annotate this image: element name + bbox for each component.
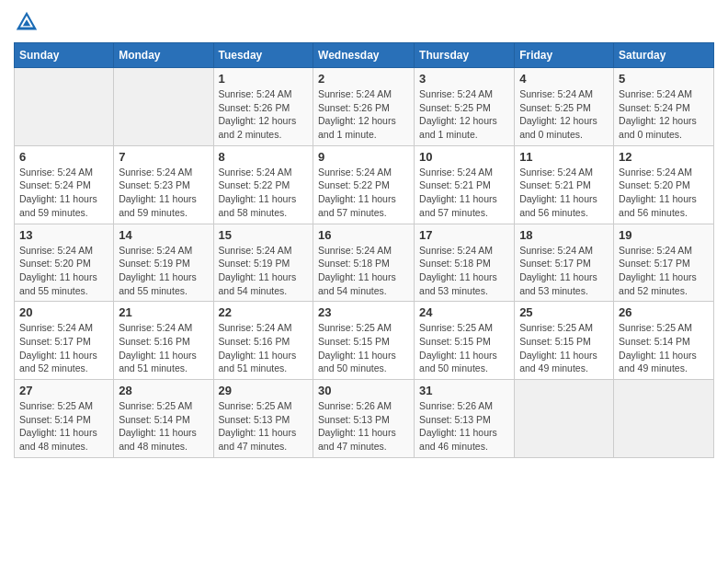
day-number: 21 [119, 305, 208, 319]
day-detail: Sunrise: 5:25 AM Sunset: 5:15 PM Dayligh… [519, 321, 609, 375]
day-number: 24 [419, 305, 509, 319]
calendar-cell: 5Sunrise: 5:24 AM Sunset: 5:24 PM Daylig… [614, 68, 714, 146]
calendar-week-1: 1Sunrise: 5:24 AM Sunset: 5:26 PM Daylig… [15, 68, 714, 146]
calendar-cell: 26Sunrise: 5:25 AM Sunset: 5:14 PM Dayli… [614, 302, 714, 380]
calendar-cell: 31Sunrise: 5:26 AM Sunset: 5:13 PM Dayli… [415, 380, 515, 458]
day-detail: Sunrise: 5:25 AM Sunset: 5:14 PM Dayligh… [19, 399, 108, 454]
calendar-cell: 3Sunrise: 5:24 AM Sunset: 5:25 PM Daylig… [415, 68, 515, 146]
day-detail: Sunrise: 5:24 AM Sunset: 5:26 PM Dayligh… [219, 87, 309, 142]
calendar-cell: 21Sunrise: 5:24 AM Sunset: 5:16 PM Dayli… [114, 302, 213, 380]
day-detail: Sunrise: 5:24 AM Sunset: 5:24 PM Dayligh… [619, 87, 709, 142]
day-detail: Sunrise: 5:24 AM Sunset: 5:24 PM Dayligh… [19, 166, 108, 220]
calendar-header-row: SundayMondayTuesdayWednesdayThursdayFrid… [15, 43, 714, 68]
day-detail: Sunrise: 5:24 AM Sunset: 5:19 PM Dayligh… [219, 244, 309, 298]
day-detail: Sunrise: 5:24 AM Sunset: 5:22 PM Dayligh… [219, 166, 309, 220]
calendar-cell: 14Sunrise: 5:24 AM Sunset: 5:19 PM Dayli… [114, 224, 213, 302]
weekday-header-monday: Monday [114, 43, 213, 68]
calendar-cell: 7Sunrise: 5:24 AM Sunset: 5:23 PM Daylig… [114, 145, 213, 224]
day-number: 22 [219, 305, 309, 319]
logo [14, 9, 43, 35]
calendar-week-3: 13Sunrise: 5:24 AM Sunset: 5:20 PM Dayli… [15, 224, 714, 302]
day-detail: Sunrise: 5:24 AM Sunset: 5:23 PM Dayligh… [119, 166, 208, 220]
day-detail: Sunrise: 5:25 AM Sunset: 5:14 PM Dayligh… [119, 399, 208, 454]
calendar-cell: 11Sunrise: 5:24 AM Sunset: 5:21 PM Dayli… [515, 145, 614, 224]
day-number: 31 [419, 384, 509, 397]
calendar-cell: 10Sunrise: 5:24 AM Sunset: 5:21 PM Dayli… [415, 145, 515, 224]
day-detail: Sunrise: 5:24 AM Sunset: 5:20 PM Dayligh… [19, 244, 108, 298]
weekday-header-sunday: Sunday [15, 43, 114, 68]
logo-icon [14, 9, 40, 35]
calendar-cell: 18Sunrise: 5:24 AM Sunset: 5:17 PM Dayli… [515, 224, 614, 302]
day-detail: Sunrise: 5:25 AM Sunset: 5:15 PM Dayligh… [419, 321, 509, 375]
day-detail: Sunrise: 5:24 AM Sunset: 5:18 PM Dayligh… [318, 244, 409, 298]
calendar-cell: 15Sunrise: 5:24 AM Sunset: 5:19 PM Dayli… [213, 224, 313, 302]
day-detail: Sunrise: 5:25 AM Sunset: 5:13 PM Dayligh… [219, 399, 309, 454]
day-number: 20 [19, 305, 108, 319]
day-number: 19 [619, 228, 709, 242]
calendar-cell: 17Sunrise: 5:24 AM Sunset: 5:18 PM Dayli… [415, 224, 515, 302]
calendar-table: SundayMondayTuesdayWednesdayThursdayFrid… [14, 42, 714, 458]
calendar-cell: 24Sunrise: 5:25 AM Sunset: 5:15 PM Dayli… [415, 302, 515, 380]
calendar-cell: 20Sunrise: 5:24 AM Sunset: 5:17 PM Dayli… [15, 302, 114, 380]
weekday-header-thursday: Thursday [415, 43, 515, 68]
day-number: 17 [419, 228, 509, 242]
day-detail: Sunrise: 5:24 AM Sunset: 5:21 PM Dayligh… [419, 166, 509, 220]
day-number: 6 [19, 150, 108, 164]
day-number: 12 [619, 150, 709, 164]
calendar-cell: 6Sunrise: 5:24 AM Sunset: 5:24 PM Daylig… [15, 145, 114, 224]
day-number: 8 [219, 150, 309, 164]
day-number: 16 [318, 228, 409, 242]
calendar-cell [515, 380, 614, 458]
calendar-cell: 9Sunrise: 5:24 AM Sunset: 5:22 PM Daylig… [313, 145, 415, 224]
day-number: 11 [519, 150, 609, 164]
day-number: 5 [619, 72, 709, 86]
calendar-week-4: 20Sunrise: 5:24 AM Sunset: 5:17 PM Dayli… [15, 302, 714, 380]
day-detail: Sunrise: 5:24 AM Sunset: 5:19 PM Dayligh… [119, 244, 208, 298]
calendar-cell: 8Sunrise: 5:24 AM Sunset: 5:22 PM Daylig… [213, 145, 313, 224]
weekday-header-friday: Friday [515, 43, 614, 68]
day-detail: Sunrise: 5:24 AM Sunset: 5:21 PM Dayligh… [519, 166, 609, 220]
calendar-cell: 19Sunrise: 5:24 AM Sunset: 5:17 PM Dayli… [614, 224, 714, 302]
calendar-week-2: 6Sunrise: 5:24 AM Sunset: 5:24 PM Daylig… [15, 145, 714, 224]
weekday-header-wednesday: Wednesday [313, 43, 415, 68]
day-number: 23 [318, 305, 409, 319]
day-detail: Sunrise: 5:24 AM Sunset: 5:17 PM Dayligh… [19, 321, 108, 375]
day-detail: Sunrise: 5:24 AM Sunset: 5:17 PM Dayligh… [519, 244, 609, 298]
day-number: 4 [519, 72, 609, 86]
calendar-cell [614, 380, 714, 458]
page-header [14, 9, 714, 35]
day-number: 26 [619, 305, 709, 319]
day-number: 14 [119, 228, 208, 242]
calendar-cell: 22Sunrise: 5:24 AM Sunset: 5:16 PM Dayli… [213, 302, 313, 380]
day-number: 3 [419, 72, 509, 86]
day-detail: Sunrise: 5:26 AM Sunset: 5:13 PM Dayligh… [318, 399, 409, 454]
day-number: 25 [519, 305, 609, 319]
calendar-cell: 30Sunrise: 5:26 AM Sunset: 5:13 PM Dayli… [313, 380, 415, 458]
calendar-week-5: 27Sunrise: 5:25 AM Sunset: 5:14 PM Dayli… [15, 380, 714, 458]
day-number: 28 [119, 384, 208, 397]
day-detail: Sunrise: 5:26 AM Sunset: 5:13 PM Dayligh… [419, 399, 509, 454]
day-detail: Sunrise: 5:24 AM Sunset: 5:26 PM Dayligh… [318, 87, 409, 142]
day-detail: Sunrise: 5:24 AM Sunset: 5:20 PM Dayligh… [619, 166, 709, 220]
calendar-cell: 13Sunrise: 5:24 AM Sunset: 5:20 PM Dayli… [15, 224, 114, 302]
day-number: 27 [19, 384, 108, 397]
calendar-cell: 28Sunrise: 5:25 AM Sunset: 5:14 PM Dayli… [114, 380, 213, 458]
day-number: 7 [119, 150, 208, 164]
day-detail: Sunrise: 5:25 AM Sunset: 5:15 PM Dayligh… [318, 321, 409, 375]
calendar-cell: 12Sunrise: 5:24 AM Sunset: 5:20 PM Dayli… [614, 145, 714, 224]
day-number: 15 [219, 228, 309, 242]
calendar-cell: 1Sunrise: 5:24 AM Sunset: 5:26 PM Daylig… [213, 68, 313, 146]
calendar-cell: 25Sunrise: 5:25 AM Sunset: 5:15 PM Dayli… [515, 302, 614, 380]
day-detail: Sunrise: 5:24 AM Sunset: 5:25 PM Dayligh… [419, 87, 509, 142]
day-detail: Sunrise: 5:24 AM Sunset: 5:22 PM Dayligh… [318, 166, 409, 220]
day-detail: Sunrise: 5:24 AM Sunset: 5:25 PM Dayligh… [519, 87, 609, 142]
calendar-cell [114, 68, 213, 146]
calendar-cell: 29Sunrise: 5:25 AM Sunset: 5:13 PM Dayli… [213, 380, 313, 458]
weekday-header-saturday: Saturday [614, 43, 714, 68]
day-number: 29 [219, 384, 309, 397]
calendar-cell: 27Sunrise: 5:25 AM Sunset: 5:14 PM Dayli… [15, 380, 114, 458]
calendar-cell: 2Sunrise: 5:24 AM Sunset: 5:26 PM Daylig… [313, 68, 415, 146]
calendar-cell: 23Sunrise: 5:25 AM Sunset: 5:15 PM Dayli… [313, 302, 415, 380]
day-number: 9 [318, 150, 409, 164]
calendar-cell [15, 68, 114, 146]
